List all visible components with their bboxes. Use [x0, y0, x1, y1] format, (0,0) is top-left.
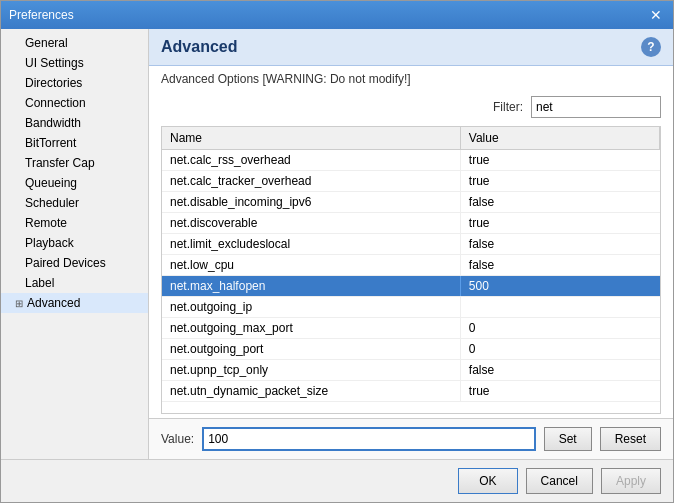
sidebar-item-general[interactable]: General [1, 33, 148, 53]
sidebar-item-scheduler[interactable]: Scheduler [1, 193, 148, 213]
value-input[interactable] [202, 427, 535, 451]
table-row[interactable]: net.outgoing_max_port 0 [162, 318, 660, 339]
sidebar-item-advanced[interactable]: ⊞ Advanced [1, 293, 148, 313]
sidebar-item-remote[interactable]: Remote [1, 213, 148, 233]
table-row[interactable]: net.low_cpu false [162, 255, 660, 276]
col-value: Value [461, 127, 660, 149]
title-bar: Preferences ✕ [1, 1, 673, 29]
sidebar-item-label[interactable]: Label [1, 273, 148, 293]
settings-table: Name Value net.calc_rss_overhead true ne… [161, 126, 661, 414]
apply-button[interactable]: Apply [601, 468, 661, 494]
table-row[interactable]: net.upnp_tcp_only false [162, 360, 660, 381]
filter-input[interactable] [531, 96, 661, 118]
col-name: Name [162, 127, 461, 149]
sidebar-item-connection[interactable]: Connection [1, 93, 148, 113]
table-row[interactable]: net.outgoing_port 0 [162, 339, 660, 360]
preferences-window: Preferences ✕ General UI Settings Direct… [0, 0, 674, 503]
table-row-selected[interactable]: net.max_halfopen 500 [162, 276, 660, 297]
sidebar-item-advanced-label: Advanced [27, 296, 80, 310]
window-title: Preferences [9, 8, 74, 22]
panel-title: Advanced [161, 38, 237, 56]
reset-button[interactable]: Reset [600, 427, 661, 451]
value-row: Value: Set Reset [149, 418, 673, 459]
panel-header: Advanced ? [149, 29, 673, 66]
sidebar-item-queueing[interactable]: Queueing [1, 173, 148, 193]
filter-row: Filter: [149, 92, 673, 122]
set-button[interactable]: Set [544, 427, 592, 451]
table-header: Name Value [162, 127, 660, 150]
sidebar-item-ui-settings[interactable]: UI Settings [1, 53, 148, 73]
table-row[interactable]: net.calc_rss_overhead true [162, 150, 660, 171]
expand-icon: ⊞ [15, 298, 23, 309]
table-row[interactable]: net.limit_excludeslocal false [162, 234, 660, 255]
main-panel: Advanced ? Advanced Options [WARNING: Do… [149, 29, 673, 459]
table-row[interactable]: net.utn_dynamic_packet_size true [162, 381, 660, 402]
value-label: Value: [161, 432, 194, 446]
table-row[interactable]: net.disable_incoming_ipv6 false [162, 192, 660, 213]
table-row[interactable]: net.calc_tracker_overhead true [162, 171, 660, 192]
help-button[interactable]: ? [641, 37, 661, 57]
sidebar-item-playback[interactable]: Playback [1, 233, 148, 253]
content-area: General UI Settings Directories Connecti… [1, 29, 673, 459]
filter-label: Filter: [493, 100, 523, 114]
footer: OK Cancel Apply [1, 459, 673, 502]
sidebar-item-bandwidth[interactable]: Bandwidth [1, 113, 148, 133]
ok-button[interactable]: OK [458, 468, 517, 494]
close-button[interactable]: ✕ [647, 6, 665, 24]
table-body: net.calc_rss_overhead true net.calc_trac… [162, 150, 660, 413]
sidebar-item-bittorrent[interactable]: BitTorrent [1, 133, 148, 153]
sidebar-item-directories[interactable]: Directories [1, 73, 148, 93]
warning-text: Advanced Options [WARNING: Do not modify… [149, 66, 673, 92]
table-row[interactable]: net.outgoing_ip [162, 297, 660, 318]
sidebar-item-paired-devices[interactable]: Paired Devices [1, 253, 148, 273]
cancel-button[interactable]: Cancel [526, 468, 593, 494]
table-row[interactable]: net.discoverable true [162, 213, 660, 234]
sidebar: General UI Settings Directories Connecti… [1, 29, 149, 459]
sidebar-item-transfer-cap[interactable]: Transfer Cap [1, 153, 148, 173]
